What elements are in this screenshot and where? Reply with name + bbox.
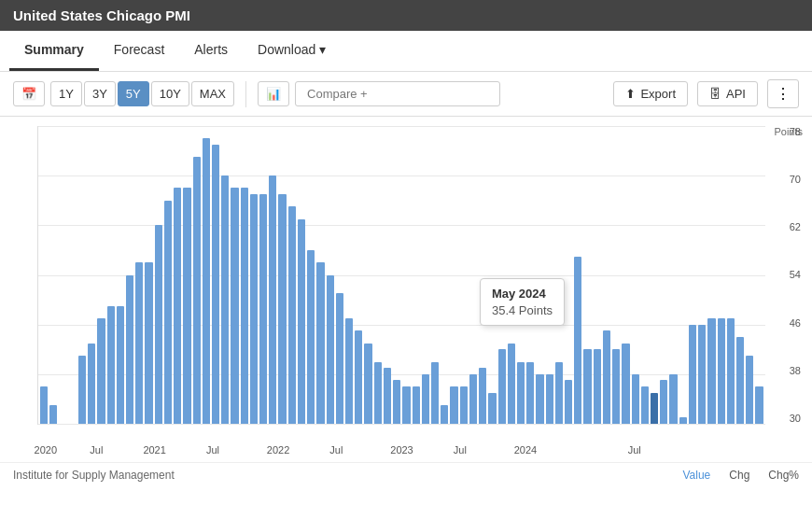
bar[interactable] [384,368,391,424]
tab-summary[interactable]: Summary [9,31,99,71]
bar[interactable] [632,374,639,424]
bar[interactable] [651,393,658,424]
range-3y[interactable]: 3Y [84,81,116,106]
bar[interactable] [212,145,219,424]
bar[interactable] [155,225,162,424]
bar[interactable] [508,344,515,424]
bar[interactable] [374,362,382,424]
value-label[interactable]: Value [682,469,710,482]
nav-tabs: Summary Forecast Alerts Download ▾ [0,31,812,72]
time-range-group: 1Y 3Y 5Y 10Y MAX [50,81,234,106]
range-10y[interactable]: 10Y [151,81,189,106]
tab-forecast[interactable]: Forecast [99,31,179,71]
bar[interactable] [574,257,581,424]
tab-alerts[interactable]: Alerts [179,31,243,71]
bar[interactable] [259,194,267,424]
bar[interactable] [583,349,591,424]
bar[interactable] [221,175,229,424]
bar[interactable] [669,374,677,424]
bar[interactable] [336,293,343,424]
bar[interactable] [278,194,286,424]
bar[interactable] [241,188,248,424]
bar[interactable] [603,330,610,424]
bar[interactable] [49,405,57,424]
bar[interactable] [164,201,172,424]
bar[interactable] [126,275,133,425]
bar[interactable] [727,318,735,424]
chg-label[interactable]: Chg [729,469,749,482]
bar[interactable] [269,175,276,424]
bar[interactable] [517,362,525,424]
bar[interactable] [612,349,620,424]
bar[interactable] [97,318,105,424]
chg-pct-label[interactable]: Chg% [768,469,799,482]
bar[interactable] [546,374,553,424]
bar[interactable] [355,330,362,424]
bar[interactable] [145,262,152,424]
bar[interactable] [498,349,506,424]
bar[interactable] [327,275,334,425]
bar[interactable] [698,325,706,424]
bar[interactable] [565,380,572,424]
bar[interactable] [231,188,238,424]
chart-inner: 78706254463830 2020Jul2021Jul2022Jul2023… [37,126,765,425]
bar[interactable] [594,349,601,424]
x-axis-label: 2023 [390,444,413,456]
bar[interactable] [469,374,477,424]
bar[interactable] [641,386,649,424]
calendar-button[interactable]: 📅 [13,81,45,106]
y-axis-value: 46 [790,317,801,329]
bar[interactable] [707,318,715,424]
x-axis-label: 2020 [35,444,57,456]
bar[interactable] [288,206,296,424]
bars-container [38,126,765,424]
bar[interactable] [479,368,486,424]
bar[interactable] [250,194,258,424]
bar[interactable] [88,344,95,424]
bar[interactable] [117,306,124,424]
export-button[interactable]: ⬆ Export [613,81,688,106]
bar[interactable] [450,386,457,424]
bar[interactable] [422,374,429,424]
bar[interactable] [135,262,143,424]
bar[interactable] [679,417,687,424]
bar[interactable] [364,344,371,424]
bar[interactable] [413,386,420,424]
bar[interactable] [746,356,753,424]
tab-download[interactable]: Download ▾ [243,31,341,71]
range-max[interactable]: MAX [191,81,234,106]
bar[interactable] [174,188,181,424]
more-options-button[interactable]: ⋮ [767,79,799,108]
bar[interactable] [316,262,324,424]
bar[interactable] [431,362,439,424]
bar[interactable] [689,325,696,424]
bar[interactable] [526,362,534,424]
bar[interactable] [660,380,667,424]
range-5y[interactable]: 5Y [118,81,149,106]
bar[interactable] [536,374,543,424]
bar[interactable] [718,318,725,424]
bar[interactable] [345,318,353,424]
range-1y[interactable]: 1Y [50,81,82,106]
bar[interactable] [307,250,315,424]
bar[interactable] [555,362,563,424]
bar[interactable] [488,393,496,424]
bar[interactable] [622,344,629,424]
y-axis-value: 62 [790,221,801,232]
bar[interactable] [40,386,48,424]
bar[interactable] [460,386,468,424]
bar-chart-type-button[interactable]: 📊 [258,81,289,106]
compare-input[interactable] [295,81,500,106]
api-button[interactable]: 🗄 API [697,81,758,106]
bar[interactable] [193,157,201,424]
bar[interactable] [203,138,210,424]
bar[interactable] [78,356,86,424]
bar[interactable] [393,380,400,424]
bar[interactable] [298,219,305,424]
bar[interactable] [441,405,448,424]
bar[interactable] [183,188,190,424]
bar[interactable] [107,306,115,424]
bar[interactable] [755,386,763,424]
bar[interactable] [736,337,744,424]
bar[interactable] [402,386,410,424]
